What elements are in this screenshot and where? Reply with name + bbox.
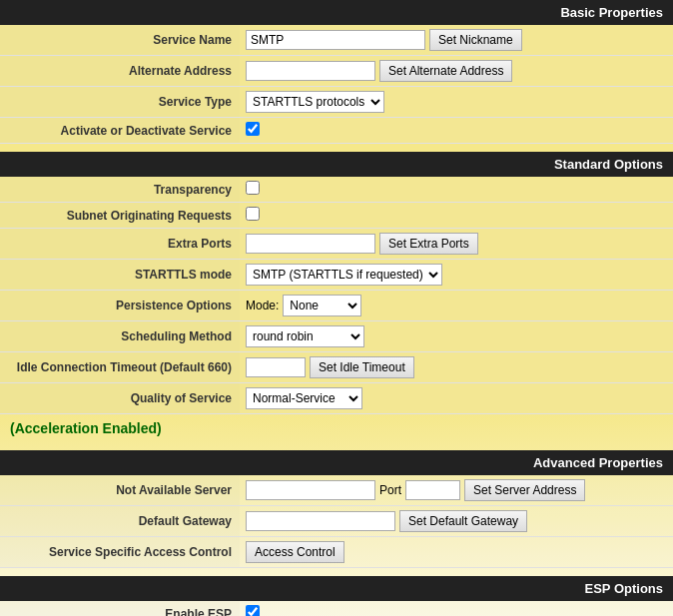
scheduling-value-cell: round robin least connections random: [240, 321, 673, 352]
set-idle-timeout-button[interactable]: Set Idle Timeout: [310, 356, 414, 378]
idle-timeout-row: Idle Connection Timeout (Default 660) Se…: [0, 352, 673, 383]
scheduling-row: Scheduling Method round robin least conn…: [0, 321, 673, 352]
starttls-label: STARTTLS mode: [0, 260, 240, 291]
transparency-checkbox[interactable]: [246, 181, 260, 195]
extra-ports-row: Extra Ports Set Extra Ports: [0, 229, 673, 260]
enable-esp-checkbox[interactable]: [246, 605, 260, 616]
service-name-value-cell: Set Nickname: [240, 25, 673, 56]
access-control-button[interactable]: Access Control: [246, 541, 344, 563]
page-wrapper: Basic Properties Service Name Set Nickna…: [0, 0, 673, 616]
default-gateway-label: Default Gateway: [0, 506, 240, 537]
service-type-select[interactable]: STARTTLS protocols TCP UDP: [246, 91, 384, 113]
activate-value-cell: [240, 118, 673, 144]
activate-checkbox[interactable]: [246, 122, 260, 136]
enable-esp-value-cell: [240, 601, 673, 616]
not-available-server-label: Not Available Server: [0, 475, 240, 506]
advanced-properties-table: Not Available Server Port Set Server Add…: [0, 475, 673, 568]
enable-esp-row: Enable ESP: [0, 601, 673, 616]
service-name-label: Service Name: [0, 25, 240, 56]
access-control-label: Service Specific Access Control: [0, 537, 240, 568]
set-extra-ports-button[interactable]: Set Extra Ports: [379, 233, 478, 255]
service-type-row: Service Type STARTTLS protocols TCP UDP: [0, 87, 673, 118]
qos-label: Quality of Service: [0, 383, 240, 414]
qos-row: Quality of Service Normal-Service Low-De…: [0, 383, 673, 414]
scheduling-select[interactable]: round robin least connections random: [246, 325, 364, 347]
advanced-properties-header: Advanced Properties: [0, 450, 673, 475]
subnet-label: Subnet Originating Requests: [0, 203, 240, 229]
persistence-row: Persistence Options Mode: None Source IP…: [0, 291, 673, 321]
extra-ports-input[interactable]: [246, 234, 375, 254]
starttls-row: STARTTLS mode SMTP (STARTTLS if requeste…: [0, 260, 673, 291]
mode-label-text: Mode:: [246, 299, 279, 312]
set-server-address-button[interactable]: Set Server Address: [464, 479, 585, 501]
persistence-value-cell: Mode: None Source IP Cookie: [240, 291, 673, 321]
default-gateway-row: Default Gateway Set Default Gateway: [0, 506, 673, 537]
alternate-address-input[interactable]: [246, 61, 375, 81]
starttls-value-cell: SMTP (STARTTLS if requested) SMTP only S…: [240, 260, 673, 291]
not-available-server-input[interactable]: [246, 480, 375, 500]
alternate-address-label: Alternate Address: [0, 56, 240, 87]
subnet-value-cell: [240, 203, 673, 229]
transparency-row: Transparency: [0, 177, 673, 203]
alternate-address-value-cell: Set Alternate Address: [240, 56, 673, 87]
port-input[interactable]: [405, 480, 460, 500]
port-label-text: Port: [379, 483, 401, 497]
set-nickname-button[interactable]: Set Nickname: [429, 29, 522, 51]
subnet-row: Subnet Originating Requests: [0, 203, 673, 229]
esp-options-table: Enable ESP Connection Logging Permitted …: [0, 601, 673, 616]
default-gateway-value-cell: Set Default Gateway: [240, 506, 673, 537]
persistence-label: Persistence Options: [0, 291, 240, 321]
idle-timeout-value-cell: Set Idle Timeout: [240, 352, 673, 383]
standard-options-header: Standard Options: [0, 152, 673, 177]
extra-ports-value-cell: Set Extra Ports: [240, 229, 673, 260]
transparency-label: Transparency: [0, 177, 240, 203]
subnet-checkbox[interactable]: [246, 207, 260, 221]
basic-properties-header: Basic Properties: [0, 0, 673, 25]
service-name-input[interactable]: [246, 30, 425, 50]
extra-ports-label: Extra Ports: [0, 229, 240, 260]
idle-timeout-input[interactable]: [246, 357, 306, 377]
qos-value-cell: Normal-Service Low-Delay High-Throughput: [240, 383, 673, 414]
not-available-server-row: Not Available Server Port Set Server Add…: [0, 475, 673, 506]
service-type-value-cell: STARTTLS protocols TCP UDP: [240, 87, 673, 118]
activate-row: Activate or Deactivate Service: [0, 118, 673, 144]
esp-options-header: ESP Options: [0, 576, 673, 601]
transparency-value-cell: [240, 177, 673, 203]
starttls-select[interactable]: SMTP (STARTTLS if requested) SMTP only S…: [246, 264, 442, 286]
acceleration-text: (Acceleration Enabled): [0, 414, 673, 442]
set-default-gateway-button[interactable]: Set Default Gateway: [399, 510, 527, 532]
basic-properties-table: Service Name Set Nickname Alternate Addr…: [0, 25, 673, 144]
alternate-address-row: Alternate Address Set Alternate Address: [0, 56, 673, 87]
persistence-mode-select[interactable]: None Source IP Cookie: [283, 295, 361, 316]
service-name-row: Service Name Set Nickname: [0, 25, 673, 56]
qos-select[interactable]: Normal-Service Low-Delay High-Throughput: [246, 387, 362, 409]
set-alternate-address-button[interactable]: Set Alternate Address: [379, 60, 512, 82]
scheduling-label: Scheduling Method: [0, 321, 240, 352]
idle-timeout-label: Idle Connection Timeout (Default 660): [0, 352, 240, 383]
access-control-value-cell: Access Control: [240, 537, 673, 568]
default-gateway-input[interactable]: [246, 511, 395, 531]
enable-esp-label: Enable ESP: [0, 601, 240, 616]
access-control-row: Service Specific Access Control Access C…: [0, 537, 673, 568]
service-type-label: Service Type: [0, 87, 240, 118]
not-available-server-value-cell: Port Set Server Address: [240, 475, 673, 506]
standard-options-table: Transparency Subnet Originating Requests…: [0, 177, 673, 414]
activate-label: Activate or Deactivate Service: [0, 118, 240, 144]
